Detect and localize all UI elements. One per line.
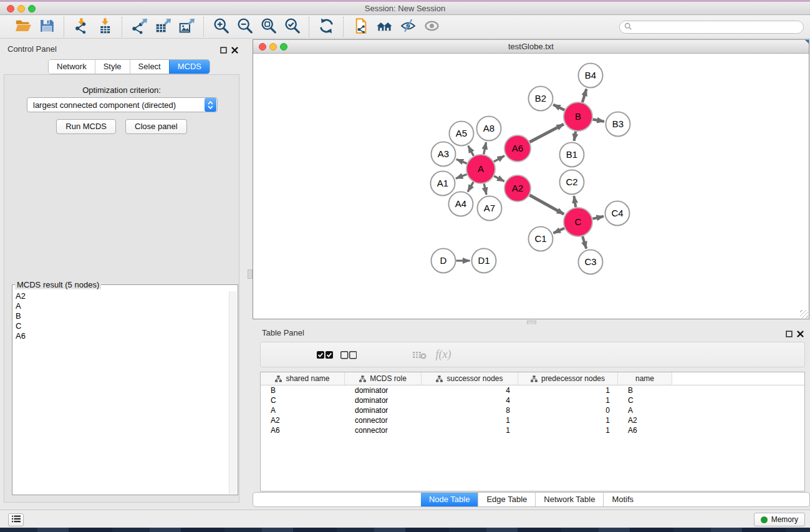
graph-node-A7[interactable]: A7 bbox=[478, 196, 502, 221]
graph-edge-A-A3[interactable] bbox=[456, 159, 467, 163]
graph-node-A1[interactable]: A1 bbox=[431, 172, 455, 196]
graph-edge-A6-B[interactable] bbox=[529, 124, 564, 142]
tab-select[interactable]: Select bbox=[130, 60, 169, 74]
tab-network-table[interactable]: Network Table bbox=[535, 493, 603, 506]
graph-node-C4[interactable]: C4 bbox=[605, 201, 630, 226]
graph-node-C1[interactable]: C1 bbox=[529, 227, 553, 251]
export-network-button[interactable] bbox=[127, 17, 151, 37]
table-cell[interactable]: A6 bbox=[618, 425, 672, 435]
zoom-out-button[interactable] bbox=[233, 17, 256, 37]
table-cell[interactable]: 1 bbox=[518, 415, 618, 425]
graph-node-D1[interactable]: D1 bbox=[472, 249, 496, 273]
table-cell[interactable]: dominator bbox=[345, 385, 422, 395]
column-header-shared-name[interactable]: shared name bbox=[261, 372, 345, 385]
table-cell[interactable]: 1 bbox=[422, 425, 518, 435]
graph-node-B1[interactable]: B1 bbox=[560, 143, 584, 167]
network-file-button[interactable] bbox=[349, 17, 372, 37]
graph-node-C2[interactable]: C2 bbox=[560, 170, 584, 195]
graph-edge-C-C2[interactable] bbox=[574, 196, 576, 207]
table-cell[interactable]: A2 bbox=[618, 415, 672, 425]
graph-node-C[interactable]: C bbox=[564, 208, 592, 236]
refresh-button[interactable] bbox=[314, 17, 338, 37]
export-image-button[interactable] bbox=[175, 17, 198, 37]
clear-checks-button[interactable] bbox=[337, 344, 360, 365]
tab-node-table[interactable]: Node Table bbox=[421, 493, 478, 506]
graph-node-B2[interactable]: B2 bbox=[529, 87, 553, 111]
table-cell[interactable]: 1 bbox=[518, 425, 618, 435]
tab-mcds[interactable]: MCDS bbox=[169, 60, 210, 74]
table-cell[interactable]: dominator bbox=[345, 405, 422, 415]
settings-button[interactable] bbox=[266, 344, 289, 365]
table-cell[interactable]: C bbox=[618, 395, 672, 405]
table-row[interactable]: A6connector11A6 bbox=[261, 425, 804, 435]
column-header-MCDS-role[interactable]: MCDS role bbox=[345, 372, 422, 385]
table-cell[interactable]: 1 bbox=[422, 415, 518, 425]
table-cell[interactable]: connector bbox=[345, 415, 422, 425]
mcds-result-item[interactable]: B bbox=[14, 311, 228, 321]
table-row[interactable]: Adominator80A bbox=[261, 405, 804, 415]
network-vertical-scroll-thumb[interactable] bbox=[248, 269, 253, 279]
close-table-panel-icon[interactable] bbox=[797, 329, 804, 336]
network-canvas[interactable]: B4B2BB3A5A8A6A3B1AC2A1A2A4A7C4CC1DD1C3 bbox=[253, 54, 809, 319]
graph-edge-C-C3[interactable] bbox=[582, 236, 586, 249]
graph-edge-B-B1[interactable] bbox=[574, 132, 576, 141]
table-cell[interactable]: B bbox=[618, 385, 672, 395]
tab-edge-table[interactable]: Edge Table bbox=[478, 493, 535, 506]
graph-node-A2[interactable]: A2 bbox=[504, 175, 531, 201]
table-cell[interactable]: A2 bbox=[261, 415, 345, 425]
table-cell[interactable]: dominator bbox=[345, 395, 422, 405]
search-input[interactable] bbox=[632, 22, 803, 32]
float-table-panel-icon[interactable] bbox=[786, 329, 793, 336]
tab-network[interactable]: Network bbox=[49, 60, 95, 74]
graph-edge-B-B4[interactable] bbox=[582, 89, 587, 102]
graph-node-A6[interactable]: A6 bbox=[504, 135, 531, 162]
table-cell[interactable]: A bbox=[261, 405, 345, 415]
network-window-titlebar[interactable]: testGlobe.txt bbox=[253, 40, 809, 54]
graph-edge-A-A4[interactable] bbox=[468, 182, 473, 192]
open-session-button[interactable] bbox=[11, 17, 35, 37]
graph-edge-A-A1[interactable] bbox=[456, 174, 466, 178]
mcds-result-item[interactable]: C bbox=[14, 321, 228, 331]
table-cell[interactable]: A6 bbox=[261, 425, 345, 435]
save-session-button[interactable] bbox=[35, 17, 59, 37]
close-panel-icon[interactable] bbox=[231, 45, 238, 52]
table-cell[interactable]: 1 bbox=[518, 385, 618, 395]
graph-node-A[interactable]: A bbox=[466, 155, 495, 183]
graph-node-D[interactable]: D bbox=[432, 249, 456, 273]
column-header-successor-nodes[interactable]: successor nodes bbox=[422, 372, 518, 385]
zoom-selected-button[interactable] bbox=[280, 17, 304, 37]
graph-edge-B-B3[interactable] bbox=[593, 119, 604, 121]
add-row-button[interactable] bbox=[360, 344, 384, 365]
table-cell[interactable]: A bbox=[618, 405, 672, 415]
tab-style[interactable]: Style bbox=[95, 60, 130, 74]
graph-node-A3[interactable]: A3 bbox=[432, 142, 456, 167]
column-header-predecessor-nodes[interactable]: predecessor nodes bbox=[518, 372, 618, 385]
graph-node-A8[interactable]: A8 bbox=[477, 117, 501, 141]
mcds-result-item[interactable]: A bbox=[14, 301, 228, 311]
export-table-button[interactable] bbox=[151, 17, 175, 37]
graph-edge-A-A5[interactable] bbox=[468, 146, 474, 156]
table-row[interactable]: Bdominator41B bbox=[261, 385, 804, 395]
tab-motifs[interactable]: Motifs bbox=[603, 493, 642, 506]
graph-edge-C-C4[interactable] bbox=[592, 216, 604, 219]
select-all-checks-button[interactable] bbox=[313, 344, 337, 365]
table-cell[interactable]: 0 bbox=[518, 405, 618, 415]
table-cell[interactable]: C bbox=[261, 395, 345, 405]
mcds-result-item[interactable]: A2 bbox=[14, 291, 228, 301]
search-box[interactable] bbox=[619, 21, 804, 34]
eye-button[interactable] bbox=[420, 17, 443, 37]
task-history-button[interactable] bbox=[8, 513, 24, 526]
column-header-name[interactable]: name bbox=[618, 372, 672, 385]
graph-node-A4[interactable]: A4 bbox=[449, 192, 473, 216]
graph-edge-A2-C[interactable] bbox=[529, 195, 564, 215]
table-cell[interactable]: 8 bbox=[422, 405, 518, 415]
delete-row-button[interactable] bbox=[384, 344, 408, 365]
graph-node-B[interactable]: B bbox=[564, 102, 592, 131]
table-row[interactable]: Cdominator41C bbox=[261, 395, 804, 405]
graph-node-C3[interactable]: C3 bbox=[579, 250, 603, 274]
graph-edge-A-A6[interactable] bbox=[494, 156, 504, 162]
table-cell[interactable]: 1 bbox=[518, 395, 618, 405]
home-button[interactable] bbox=[372, 17, 396, 37]
import-network-button[interactable] bbox=[69, 17, 93, 37]
float-panel-icon[interactable] bbox=[220, 45, 227, 52]
